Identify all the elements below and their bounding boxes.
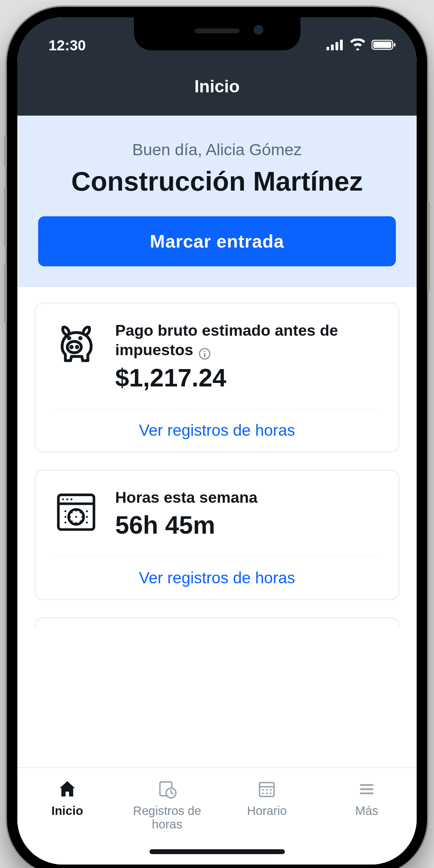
svg-point-21 [75,516,77,518]
card-top: Horas esta semana 56h 45m [53,488,381,540]
estimated-pay-card: Pago bruto estimado antes de impuestos $… [35,303,399,452]
clock-in-button[interactable]: Marcar entrada [38,216,396,266]
tab-label: Más [355,804,378,818]
svg-point-24 [65,516,66,518]
svg-point-26 [65,521,66,523]
home-icon [57,778,78,801]
piggy-bank-icon [53,321,100,368]
pay-label: Pago bruto estimado antes de impuestos [115,322,338,359]
menu-icon [356,778,377,801]
card-link-wrap: Ver registros de horas [53,556,381,599]
svg-point-27 [86,521,88,523]
tab-bar: Inicio Registros de horas Horario Más [17,767,417,865]
tab-more[interactable]: Más [317,775,417,865]
hours-value: 56h 45m [115,510,381,540]
hours-label: Horas esta semana [115,489,257,506]
notch-camera [254,25,263,35]
svg-point-19 [70,498,72,500]
svg-point-18 [66,498,68,500]
app-header: Inicio [17,62,417,116]
svg-point-25 [86,516,88,518]
svg-point-17 [62,498,64,500]
svg-point-10 [68,337,70,339]
info-icon[interactable] [198,348,211,360]
tab-label: Horario [247,804,287,818]
hero-section: Buen día, Alicia Gómez Construcción Mart… [17,116,417,287]
card-body: Horas esta semana 56h 45m [115,488,381,540]
svg-rect-0 [326,47,329,50]
battery-icon [372,37,396,54]
greeting-text: Buen día, Alicia Gómez [38,140,396,159]
svg-point-23 [86,510,88,512]
tab-home[interactable]: Inicio [17,775,117,865]
view-hours-records-link[interactable]: Ver registros de horas [53,556,381,599]
svg-line-39 [171,793,173,794]
card-top: Pago bruto estimado antes de impuestos $… [53,321,381,393]
volume-down-button [4,264,7,323]
phone-device-frame: 12:30 Inicio Buen día, Alicia Gómez Cons… [7,7,427,868]
hours-this-week-card: Horas esta semana 56h 45m Ver registros … [35,470,399,600]
tab-label: Inicio [51,804,83,818]
status-bar: 12:30 [17,17,417,62]
pay-value: $1,217.24 [115,363,381,393]
calendar-icon [53,488,100,535]
svg-point-9 [76,346,78,348]
svg-point-34 [71,520,73,522]
svg-point-29 [75,522,77,524]
svg-point-31 [82,516,83,518]
cellular-icon [326,37,344,54]
svg-rect-3 [340,40,343,50]
schedule-icon [256,778,278,801]
content-area: Pago bruto estimado antes de impuestos $… [17,287,417,767]
status-time: 12:30 [49,37,86,54]
status-indicators [326,37,396,54]
svg-rect-5 [373,42,391,48]
volume-up-button [4,187,7,247]
svg-point-22 [65,510,66,512]
svg-rect-14 [204,353,205,357]
svg-point-33 [80,512,81,514]
timesheet-icon [156,778,178,801]
svg-point-28 [75,510,77,512]
wifi-icon [349,37,366,54]
svg-point-8 [71,346,72,348]
notch-speaker [195,28,240,33]
svg-rect-2 [335,42,338,50]
svg-rect-6 [394,43,395,47]
page-title: Inicio [194,77,240,96]
home-indicator[interactable] [150,849,285,854]
svg-rect-1 [331,44,334,50]
next-card-partial [35,617,399,628]
svg-point-30 [69,516,71,518]
mute-switch [4,135,7,167]
power-button [427,201,430,292]
svg-point-35 [80,520,81,522]
svg-point-13 [204,351,205,352]
card-body: Pago bruto estimado antes de impuestos $… [115,321,381,393]
svg-point-11 [80,337,81,339]
view-pay-records-link[interactable]: Ver registros de horas [53,409,381,452]
svg-point-32 [71,512,73,514]
screen: 12:30 Inicio Buen día, Alicia Gómez Cons… [17,17,417,865]
tab-label: Registros de horas [117,804,217,831]
company-name: Construcción Martínez [38,166,396,197]
card-link-wrap: Ver registros de horas [53,408,381,452]
